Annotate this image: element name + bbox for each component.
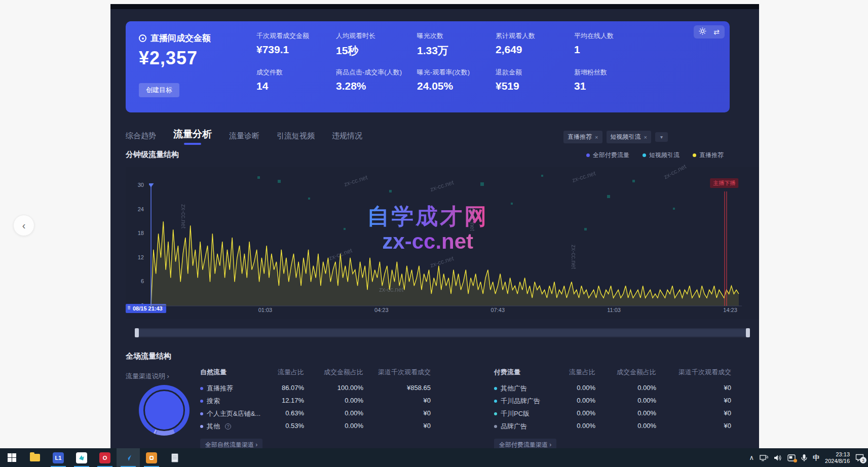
slider-right-handle[interactable] [746, 328, 750, 337]
table-name: 自然流量 [200, 368, 227, 377]
channel-info-link[interactable]: 流量渠道说明 › [126, 372, 169, 381]
tab-综合趋势[interactable]: 综合趋势 [126, 131, 156, 145]
table-cell: ¥858.65 [407, 384, 431, 392]
kpi-metric-value: 31 [574, 80, 650, 92]
app-orange-button[interactable] [140, 448, 163, 467]
kpi-panel: 直播间成交金额 ¥2,357 创建目标 千次观看成交金额¥739.1人均观看时长… [126, 21, 730, 112]
channel-dot [200, 400, 203, 403]
slider-left-handle[interactable] [135, 328, 139, 337]
tab-流量分析[interactable]: 流量分析 [173, 128, 212, 145]
donut-center [143, 390, 185, 431]
column-header: 渠道千次观看成交 [378, 368, 431, 377]
kpi-tools: ⇄ [694, 25, 725, 38]
channel-dot [494, 400, 497, 403]
red-o-app-icon: O [99, 452, 110, 463]
kpi-title-row: 直播间成交金额 [139, 32, 211, 44]
table-cell: ¥0 [724, 384, 731, 392]
legend-item[interactable]: 直播推荐 [693, 151, 724, 160]
app-pointer-button[interactable] [117, 448, 140, 467]
tab-引流短视频[interactable]: 引流短视频 [277, 131, 315, 145]
remove-tag-icon[interactable]: × [644, 134, 647, 140]
table-cell: ¥0 [724, 422, 731, 430]
legend-item[interactable]: 全部付费流量 [586, 151, 629, 160]
remove-tag-icon[interactable]: × [595, 134, 598, 140]
info-icon[interactable]: ? [225, 423, 231, 430]
column-header: 成交金额占比 [617, 368, 656, 377]
table-cell: 0.00% [637, 397, 656, 404]
taskbar-apps: L1 O [0, 448, 186, 467]
table-cell: 0.00% [637, 422, 656, 430]
app-l1-button[interactable]: L1 [47, 448, 70, 467]
filter-tag-label: 直播推荐 [568, 133, 592, 141]
network-icon[interactable] [760, 454, 768, 461]
l1-app-icon: L1 [53, 452, 64, 463]
decorative-speck [511, 203, 513, 205]
tab-违规情况[interactable]: 违规情况 [332, 131, 362, 145]
decorative-speck [344, 228, 346, 230]
decorative-speck [673, 208, 675, 210]
minute-chart-title: 分钟级流量结构 [126, 150, 179, 160]
filter-tags: 直播推荐×短视频引流×▾ [563, 131, 668, 143]
channel-name: 千川品牌广告 [501, 397, 540, 406]
viewer-back-button[interactable]: ‹ [13, 215, 34, 236]
filter-tag[interactable]: 直播推荐× [563, 131, 602, 143]
taskbar: L1 O ∧ 中 23:13 2024/8/16 3 [0, 448, 868, 467]
legend-item[interactable]: 短视频引流 [643, 151, 680, 160]
tray-clock[interactable]: 23:13 2024/8/16 [825, 451, 850, 464]
system-tray: ∧ 中 23:13 2024/8/16 3 [749, 448, 868, 467]
x-axis-label: 14:23 [723, 307, 737, 313]
app-notepad-button[interactable] [163, 448, 186, 467]
table-cell: 0.00% [637, 409, 656, 417]
decorative-speck [278, 180, 281, 183]
kpi-metric-label: 退款金额 [496, 68, 572, 77]
orange-app-icon [146, 452, 157, 463]
tray-app-icon[interactable] [787, 454, 796, 461]
folder-icon [30, 454, 40, 461]
filter-tag-label: 短视频引流 [611, 133, 641, 141]
channel-dot [200, 412, 203, 415]
kpi-metric: 商品点击-成交率(人数)3.28% [336, 68, 412, 92]
table-cell: 0.00% [345, 397, 363, 404]
channel-name: 其他 [207, 422, 220, 431]
kpi-metric-value: 14 [256, 80, 332, 92]
swap-icon[interactable]: ⇄ [713, 28, 720, 36]
channel-name: 搜索 [207, 397, 220, 406]
ime-indicator[interactable]: 中 [813, 453, 819, 462]
kpi-metric-label: 人均观看时长 [336, 31, 412, 41]
table-row-label: 千川品牌广告 [494, 397, 540, 406]
kpi-metric-value: 2,649 [496, 44, 572, 56]
app-teal-button[interactable] [70, 448, 93, 467]
decorative-speck [257, 176, 260, 179]
stream-start-marker-icon [149, 183, 154, 187]
decorative-speck [308, 198, 310, 200]
tray-chevron-up-icon[interactable]: ∧ [749, 454, 754, 461]
file-explorer-button[interactable] [23, 448, 47, 467]
speaker-icon[interactable] [774, 454, 782, 461]
filter-tag[interactable]: 短视频引流× [607, 131, 651, 143]
app-opera-button[interactable]: O [93, 448, 117, 467]
table-row-label: 千川PC版 [494, 409, 530, 418]
tray-date: 2024/8/16 [825, 458, 850, 464]
table-cell: 86.07% [282, 384, 304, 392]
table-row-label: 搜索 [200, 397, 220, 406]
traffic-donut-chart [139, 385, 190, 436]
microphone-icon[interactable] [801, 454, 807, 462]
create-goal-button[interactable]: 创建目标 [139, 83, 179, 97]
table-cell: ¥0 [424, 422, 431, 430]
watermark-tile: zx-cc.net [663, 163, 688, 181]
notification-center-button[interactable]: 3 [855, 454, 864, 461]
legend-label: 直播推荐 [699, 151, 724, 160]
chart-range-slider[interactable] [135, 328, 750, 337]
kpi-metric-value: ¥519 [496, 80, 572, 92]
filter-dropdown-button[interactable]: ▾ [655, 132, 668, 142]
gear-icon[interactable] [699, 27, 706, 36]
tab-流量诊断[interactable]: 流量诊断 [229, 131, 259, 145]
kpi-metric: 人均观看时长15秒 [336, 31, 412, 58]
table-row-label: 个人主页&店铺&... [200, 409, 260, 418]
y-axis-label: 6 [129, 278, 144, 284]
legend-label: 短视频引流 [649, 151, 680, 160]
table-cell: 0.00% [345, 422, 363, 430]
channel-name: 品牌广告 [501, 422, 527, 431]
window-top-strip [110, 4, 759, 9]
start-button[interactable] [0, 448, 23, 467]
